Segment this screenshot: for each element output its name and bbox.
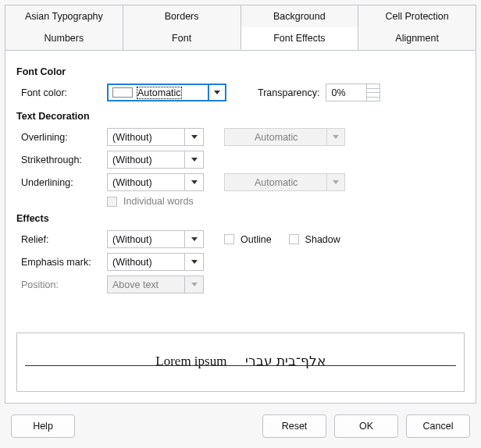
label-transparency: Transparency:: [258, 87, 319, 98]
underlining-color-dropdown: Automatic: [224, 173, 345, 191]
strikethrough-dropdown[interactable]: (Without): [107, 151, 204, 169]
chevron-down-icon[interactable]: [184, 174, 203, 190]
preview-baseline: [25, 365, 456, 366]
checkbox-icon: [224, 234, 234, 244]
overlining-color-dropdown: Automatic: [224, 128, 345, 146]
button-label: Cancel: [423, 421, 454, 432]
underlining-value: (Without): [108, 177, 184, 188]
chevron-down-icon[interactable]: [208, 84, 226, 101]
spinner-down-icon[interactable]: [366, 92, 380, 101]
emphasis-mark-dropdown[interactable]: (Without): [107, 253, 204, 271]
chevron-down-icon: [326, 173, 345, 191]
individual-words-label: Individual words: [123, 196, 194, 207]
relief-dropdown[interactable]: (Without): [107, 230, 204, 248]
tab-label: Alignment: [395, 33, 439, 44]
checkbox-icon: [289, 234, 299, 244]
tab-label: Background: [273, 11, 326, 22]
color-swatch-icon: [230, 177, 250, 187]
shadow-label: Shadow: [305, 234, 340, 245]
chevron-down-icon[interactable]: [184, 151, 203, 168]
section-title-text-decoration: Text Decoration: [16, 111, 465, 122]
label-position: Position:: [16, 279, 101, 290]
position-value: Above text: [108, 279, 184, 290]
label-emphasis-mark: Emphasis mark:: [16, 257, 101, 268]
spinner-up-icon[interactable]: [366, 84, 380, 92]
transparency-spinner[interactable]: 0%: [326, 84, 380, 101]
outline-label: Outline: [241, 234, 272, 245]
font-color-dropdown[interactable]: Automatic: [107, 84, 226, 101]
label-underlining: Underlining:: [16, 177, 101, 188]
tab-font[interactable]: Font: [123, 27, 241, 50]
chevron-down-icon: [184, 276, 203, 293]
label-font-color: Font color:: [16, 87, 101, 98]
individual-words-checkbox: Individual words: [107, 196, 194, 207]
chevron-down-icon: [326, 128, 345, 146]
font-preview: Lorem ipsum אלף־בית עברי: [16, 332, 465, 392]
tab-borders[interactable]: Borders: [123, 5, 241, 27]
position-dropdown: Above text: [107, 276, 204, 293]
outline-checkbox[interactable]: Outline: [224, 234, 272, 245]
underlining-color-value: Automatic: [255, 177, 298, 188]
transparency-value: 0%: [331, 87, 345, 98]
overlining-color-value: Automatic: [255, 132, 298, 143]
chevron-down-icon[interactable]: [184, 129, 203, 145]
tab-label: Font Effects: [273, 33, 325, 44]
chevron-down-icon[interactable]: [184, 254, 203, 270]
tab-alignment[interactable]: Alignment: [358, 27, 476, 50]
section-title-font-color: Font Color: [16, 66, 465, 77]
tab-label: Asian Typography: [25, 11, 103, 22]
checkbox-icon: [107, 197, 117, 207]
strikethrough-value: (Without): [108, 155, 184, 165]
tab-label: Borders: [165, 11, 199, 22]
button-label: Reset: [282, 421, 308, 432]
dialog-footer: Help Reset OK Cancel: [0, 404, 481, 448]
preview-rtl: אלף־בית עברי: [245, 353, 325, 369]
ok-button[interactable]: OK: [334, 414, 398, 438]
tab-cell-protection[interactable]: Cell Protection: [358, 5, 476, 27]
cancel-button[interactable]: Cancel: [406, 414, 470, 438]
tab-font-effects[interactable]: Font Effects: [241, 27, 359, 50]
overlining-value: (Without): [108, 132, 184, 143]
button-label: OK: [359, 421, 373, 432]
tab-label: Numbers: [45, 33, 84, 44]
label-overlining: Overlining:: [16, 132, 101, 143]
button-label: Help: [33, 421, 53, 432]
tab-background[interactable]: Background: [241, 5, 359, 27]
label-relief: Relief:: [16, 234, 101, 245]
section-title-effects: Effects: [16, 213, 465, 224]
help-button[interactable]: Help: [11, 414, 75, 438]
tab-label: Font: [172, 33, 191, 44]
tab-asian-typography[interactable]: Asian Typography: [5, 5, 123, 27]
chevron-down-icon[interactable]: [184, 231, 203, 247]
underlining-dropdown[interactable]: (Without): [107, 173, 204, 191]
overlining-dropdown[interactable]: (Without): [107, 128, 204, 146]
color-swatch-icon: [112, 87, 133, 98]
shadow-checkbox[interactable]: Shadow: [289, 234, 340, 245]
tab-label: Cell Protection: [385, 11, 448, 22]
preview-latin: Lorem ipsum: [155, 354, 226, 369]
panel-font-effects: Font Color Font color: Automatic Transpa…: [5, 51, 476, 404]
font-color-value: Automatic: [137, 87, 181, 98]
reset-button[interactable]: Reset: [262, 414, 326, 438]
color-swatch-icon: [230, 132, 250, 142]
label-strikethrough: Strikethrough:: [16, 155, 101, 165]
relief-value: (Without): [108, 234, 184, 245]
tab-bar: Asian Typography Borders Background Cell…: [5, 5, 476, 51]
tab-numbers[interactable]: Numbers: [5, 27, 123, 50]
emphasis-mark-value: (Without): [108, 257, 184, 268]
